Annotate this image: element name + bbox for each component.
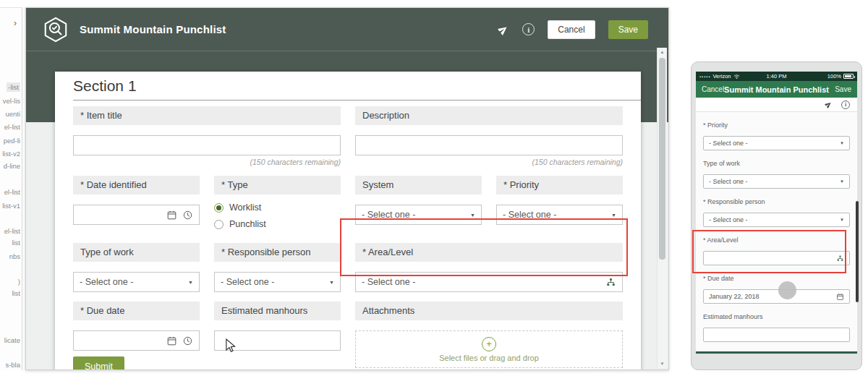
phone-mockup: 1:40 PM Verizon 100% Summit Mountain Pun… — [691, 61, 862, 370]
calendar-icon[interactable] — [166, 210, 177, 221]
scroll-up-arrow-icon[interactable] — [658, 50, 667, 54]
phone-field-area-level: * Area/Level — [696, 227, 857, 265]
item-title-label: * Item title — [73, 106, 341, 125]
desktop-form-window: Summit Mountain Punchlist Cancel Save Se… — [25, 7, 669, 370]
header-actions: Cancel Save — [498, 20, 648, 39]
hierarchy-tree-icon[interactable] — [605, 277, 616, 288]
save-button[interactable]: Save — [608, 20, 648, 39]
radio-punchlist[interactable]: Punchlist — [214, 217, 341, 231]
send-location-icon[interactable] — [495, 21, 511, 37]
sidebar-item[interactable]: list — [12, 238, 20, 247]
field-item-title: * Item title (150 characters remaining) — [73, 106, 341, 166]
submit-button[interactable]: Submit — [73, 356, 124, 370]
sidebar-item[interactable]: vel-lis — [3, 96, 20, 106]
form-title: Summit Mountain Punchlist — [80, 23, 226, 35]
calendar-icon[interactable] — [836, 293, 844, 301]
calendar-icon[interactable] — [166, 336, 177, 346]
clock-icon[interactable] — [182, 210, 193, 221]
sidebar-expand-chevron-icon[interactable] — [14, 18, 17, 28]
desktop-scrollbar[interactable] — [657, 48, 667, 368]
clock-icon[interactable] — [182, 336, 193, 346]
sidebar-item[interactable]: el-list — [4, 187, 20, 197]
field-type-of-work: Type of work - Select one - — [73, 243, 200, 292]
phone-nav-bar: Summit Mountain Punchlist Cancel Save — [696, 81, 857, 98]
type-of-work-select[interactable]: - Select one - — [703, 174, 850, 189]
due-date-label: * Due date — [703, 275, 850, 282]
scrollbar-thumb[interactable] — [659, 58, 665, 260]
field-estimated-manhours: Estimated manhours — [214, 302, 341, 368]
phone-field-due-date: * Due date January 22, 2018 — [696, 265, 857, 304]
sidebar-item[interactable]: d-line — [4, 161, 20, 171]
responsible-person-select[interactable]: - Select one - — [703, 213, 850, 227]
phone-field-priority: * Priority - Select one - — [696, 112, 857, 150]
sidebar-item[interactable]: el-list — [4, 122, 20, 132]
item-title-input[interactable] — [73, 135, 341, 155]
due-date-input[interactable] — [73, 330, 200, 351]
type-of-work-select[interactable]: - Select one - — [73, 272, 200, 292]
system-select[interactable]: - Select one - — [355, 205, 482, 225]
phone-toolbar — [696, 98, 857, 112]
sidebar-item[interactable]: ped-li — [4, 136, 20, 145]
sidebar-item[interactable]: el-list — [4, 226, 20, 236]
date-identified-label: * Date identified — [73, 176, 200, 195]
scroll-down-arrow-icon[interactable] — [658, 362, 667, 366]
sidebar-item[interactable]: list — [12, 289, 20, 298]
hexagon-search-logo-icon — [42, 16, 69, 43]
sidebar-item[interactable]: uenti — [5, 109, 20, 119]
sidebar-item[interactable]: -list — [7, 82, 20, 92]
due-date-input[interactable]: January 22, 2018 — [703, 289, 850, 304]
description-char-hint: (150 characters remaining) — [355, 158, 623, 166]
cancel-button[interactable]: Cancel — [548, 20, 595, 39]
battery-icon — [843, 74, 854, 79]
area-level-select[interactable]: - Select one - — [355, 272, 623, 292]
field-priority: * Priority - Select one - — [496, 176, 623, 234]
item-title-char-hint: (150 characters remaining) — [73, 158, 341, 166]
radio-unselected-icon[interactable] — [214, 220, 224, 229]
info-icon[interactable] — [522, 23, 535, 35]
responsible-person-select[interactable]: - Select one - — [214, 272, 341, 292]
info-icon[interactable] — [841, 101, 850, 109]
field-responsible-person: * Responsible person - Select one - — [214, 243, 341, 292]
attachments-dropzone[interactable]: Select files or drag and drop — [355, 330, 623, 368]
collapsed-sidebar: -list vel-lis uenti el-list ped-li list-… — [0, 7, 22, 370]
chevron-down-icon — [329, 280, 334, 285]
chevron-down-icon — [840, 218, 844, 222]
section-divider — [73, 100, 641, 101]
hierarchy-tree-icon[interactable] — [836, 255, 844, 262]
responsible-person-label: * Responsible person — [703, 198, 850, 205]
priority-select[interactable]: - Select one - — [703, 136, 850, 150]
phone-scrollbar-thumb[interactable] — [856, 201, 859, 302]
section-title: Section 1 — [73, 77, 137, 95]
type-label: * Type — [214, 176, 341, 195]
attachments-label: Attachments — [355, 302, 623, 320]
status-carrier: Verizon — [713, 73, 731, 80]
phone-save-button[interactable]: Save — [835, 85, 851, 93]
priority-label: * Priority — [703, 121, 850, 129]
sidebar-item[interactable]: licate — [4, 336, 20, 345]
radio-worklist[interactable]: Worklist — [214, 200, 341, 215]
due-date-label: * Due date — [73, 302, 200, 320]
sidebar-item[interactable]: nbs — [9, 252, 20, 261]
area-level-select[interactable] — [703, 251, 850, 265]
field-type: * Type Worklist Punchlist — [214, 176, 341, 234]
estimated-manhours-input[interactable] — [703, 328, 850, 342]
phone-screen: 1:40 PM Verizon 100% Summit Mountain Pun… — [696, 72, 857, 354]
send-location-icon[interactable] — [823, 99, 834, 110]
field-system: System - Select one - — [355, 176, 482, 234]
sidebar-item[interactable]: ) — [18, 277, 20, 286]
description-input[interactable] — [355, 135, 623, 155]
chevron-down-icon — [470, 213, 475, 218]
radio-punchlist-label: Punchlist — [229, 219, 266, 229]
screenshot-stage: -list vel-lis uenti el-list ped-li list-… — [0, 0, 868, 376]
sidebar-item[interactable]: s-bla — [5, 360, 20, 369]
phone-cancel-button[interactable]: Cancel — [702, 85, 724, 93]
priority-select[interactable]: - Select one - — [496, 205, 623, 225]
sidebar-item[interactable]: list-v1 — [2, 201, 20, 210]
sidebar-item[interactable]: list-v2 — [2, 149, 20, 158]
description-label: Description — [355, 106, 623, 125]
radio-selected-icon[interactable] — [214, 203, 224, 213]
date-identified-input[interactable] — [73, 205, 200, 225]
form-grid: * Item title (150 characters remaining) … — [73, 106, 623, 368]
radio-worklist-label: Worklist — [229, 202, 261, 213]
plus-circle-icon — [482, 337, 496, 351]
